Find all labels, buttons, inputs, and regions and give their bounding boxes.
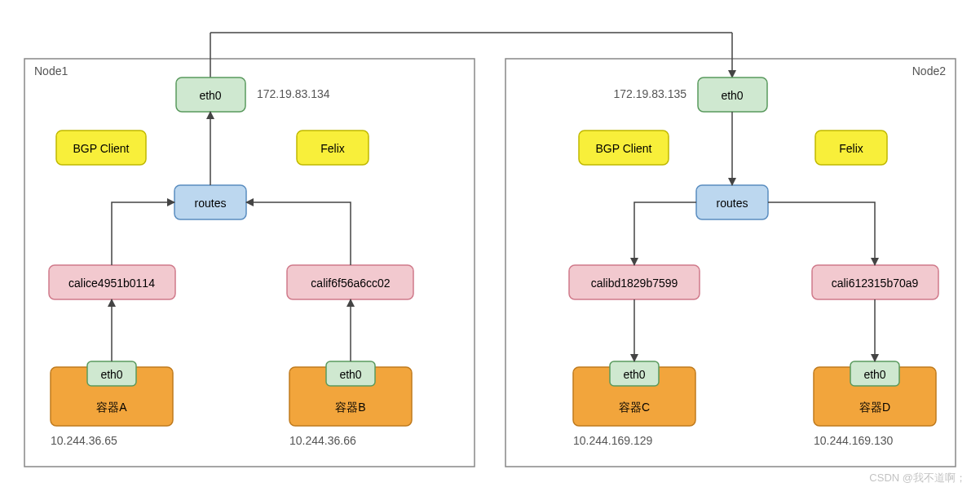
node2-container-c-name: 容器C (619, 401, 650, 414)
node2-container-c-eth0-label: eth0 (623, 368, 645, 381)
node2-routes-to-caliC (634, 202, 696, 265)
node1-container-a-ip: 10.244.36.65 (51, 434, 117, 447)
node1-cali-b-label: calif6f56a6cc02 (311, 277, 391, 290)
node1-container-b-ip: 10.244.36.66 (289, 434, 356, 447)
network-diagram: Node1 Node2 eth0 172.19.83.134 BGP Clien… (0, 0, 980, 496)
node1-routes-label: routes (195, 197, 227, 210)
node2-felix-label: Felix (839, 142, 863, 155)
node1-container-a-eth0-label: eth0 (100, 368, 122, 381)
node1-cali-a-label: calice4951b0114 (68, 277, 155, 290)
node2-title: Node2 (912, 64, 946, 78)
node2-routes-to-caliD (768, 202, 875, 265)
node1-caliA-to-routes (112, 202, 174, 265)
node2-bgp-label: BGP Client (596, 142, 652, 155)
watermark-text: CSDN @我不道啊； (869, 472, 966, 484)
node1-container-a-name: 容器A (96, 401, 127, 414)
node2-cali-c-label: calibd1829b7599 (591, 277, 678, 290)
node2-container-d-eth0-label: eth0 (863, 368, 885, 381)
node1-eth0-label: eth0 (199, 89, 221, 102)
node1-bgp-label: BGP Client (73, 142, 130, 155)
node1-container-b-eth0-label: eth0 (339, 368, 361, 381)
node2-container-c-ip: 10.244.169.129 (573, 434, 653, 447)
node2-host-ip: 172.19.83.135 (613, 87, 686, 100)
node2-container-d-ip: 10.244.169.130 (814, 434, 894, 447)
node2-routes-label: routes (717, 197, 748, 210)
node2-cali-d-label: cali612315b70a9 (832, 277, 919, 290)
node1-felix-label: Felix (320, 142, 345, 155)
node1-container-b-name: 容器B (335, 401, 365, 414)
node2-eth0-label: eth0 (721, 89, 743, 102)
node2-container-d-name: 容器D (859, 401, 890, 414)
node1-caliB-to-routes (246, 202, 351, 265)
node1-host-ip: 172.19.83.134 (257, 87, 330, 100)
node1-title: Node1 (34, 64, 68, 78)
